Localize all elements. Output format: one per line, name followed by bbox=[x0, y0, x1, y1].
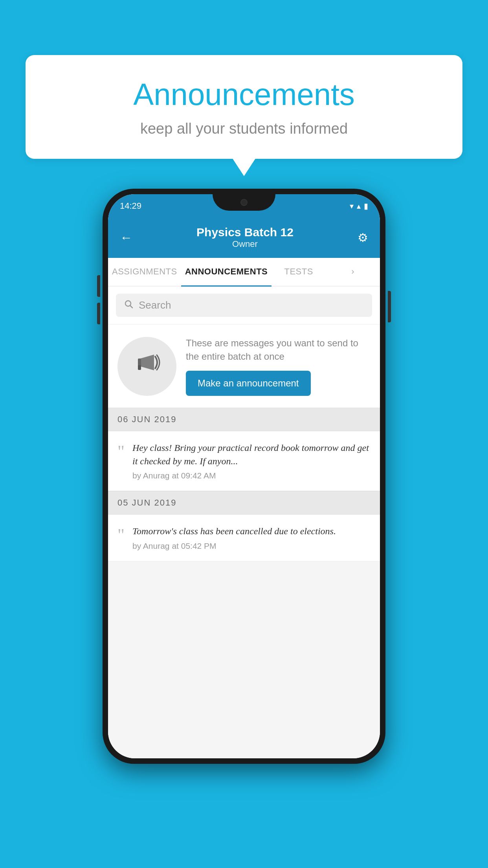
camera-dot bbox=[240, 199, 248, 206]
announcement-text-1: Hey class! Bring your practical record b… bbox=[132, 441, 371, 480]
announcement-meta-1: by Anurag at 09:42 AM bbox=[132, 471, 371, 480]
promo-section: These are messages you want to send to t… bbox=[108, 325, 380, 408]
tab-more[interactable]: › bbox=[326, 258, 380, 286]
announcement-text-2: Tomorrow's class has been cancelled due … bbox=[132, 525, 371, 551]
speech-bubble-subtitle: keep all your students informed bbox=[49, 120, 439, 137]
header-center: Physics Batch 12 Owner bbox=[196, 226, 294, 249]
promo-content: These are messages you want to send to t… bbox=[186, 337, 371, 396]
quote-icon-1: " bbox=[117, 443, 125, 460]
speech-bubble-title: Announcements bbox=[49, 77, 439, 112]
notch bbox=[213, 194, 275, 211]
batch-title: Physics Batch 12 bbox=[196, 226, 294, 239]
quote-icon-2: " bbox=[117, 526, 125, 544]
announcement-message-1: Hey class! Bring your practical record b… bbox=[132, 441, 371, 468]
search-input-wrapper[interactable]: Search bbox=[116, 294, 372, 317]
phone-wrapper: 14:29 ▾ ▴ ▮ ← Physics Batch 12 Owner ⚙ bbox=[103, 189, 385, 764]
announcement-meta-2: by Anurag at 05:42 PM bbox=[132, 541, 371, 551]
tab-assignments[interactable]: ASSIGNMENTS bbox=[108, 258, 181, 286]
make-announcement-button[interactable]: Make an announcement bbox=[186, 371, 311, 396]
tabs-container: ASSIGNMENTS ANNOUNCEMENTS TESTS › bbox=[108, 258, 380, 287]
tab-tests[interactable]: TESTS bbox=[272, 258, 326, 286]
phone-screen: 14:29 ▾ ▴ ▮ ← Physics Batch 12 Owner ⚙ bbox=[108, 194, 380, 758]
speech-bubble-container: Announcements keep all your students inf… bbox=[26, 55, 462, 159]
status-icons: ▾ ▴ ▮ bbox=[350, 201, 368, 211]
volume-up-button bbox=[97, 275, 100, 297]
date-separator-2: 05 JUN 2019 bbox=[108, 491, 380, 515]
announcement-item-1[interactable]: " Hey class! Bring your practical record… bbox=[108, 431, 380, 491]
battery-icon: ▮ bbox=[364, 201, 368, 211]
wifi-icon: ▾ bbox=[350, 201, 354, 211]
content-area: Search bbox=[108, 287, 380, 758]
tab-announcements[interactable]: ANNOUNCEMENTS bbox=[181, 258, 272, 287]
promo-icon-circle bbox=[117, 337, 176, 396]
status-time: 14:29 bbox=[120, 201, 141, 211]
owner-label: Owner bbox=[196, 239, 294, 249]
back-button[interactable]: ← bbox=[120, 230, 132, 245]
settings-button[interactable]: ⚙ bbox=[358, 231, 368, 245]
power-button bbox=[388, 291, 391, 322]
search-icon bbox=[124, 299, 133, 311]
svg-line-1 bbox=[130, 306, 133, 308]
promo-description: These are messages you want to send to t… bbox=[186, 337, 371, 363]
phone-outer: 14:29 ▾ ▴ ▮ ← Physics Batch 12 Owner ⚙ bbox=[103, 189, 385, 764]
announcement-item-2[interactable]: " Tomorrow's class has been cancelled du… bbox=[108, 515, 380, 561]
search-bar: Search bbox=[108, 287, 380, 324]
signal-icon: ▴ bbox=[357, 201, 361, 211]
volume-down-button bbox=[97, 303, 100, 324]
app-header: ← Physics Batch 12 Owner ⚙ bbox=[108, 218, 380, 258]
date-separator-1: 06 JUN 2019 bbox=[108, 408, 380, 431]
announcement-message-2: Tomorrow's class has been cancelled due … bbox=[132, 525, 371, 538]
announcement-icon bbox=[132, 349, 162, 384]
speech-bubble: Announcements keep all your students inf… bbox=[26, 55, 462, 159]
search-placeholder: Search bbox=[139, 299, 171, 311]
svg-rect-3 bbox=[138, 365, 141, 370]
status-bar: 14:29 ▾ ▴ ▮ bbox=[108, 194, 380, 218]
